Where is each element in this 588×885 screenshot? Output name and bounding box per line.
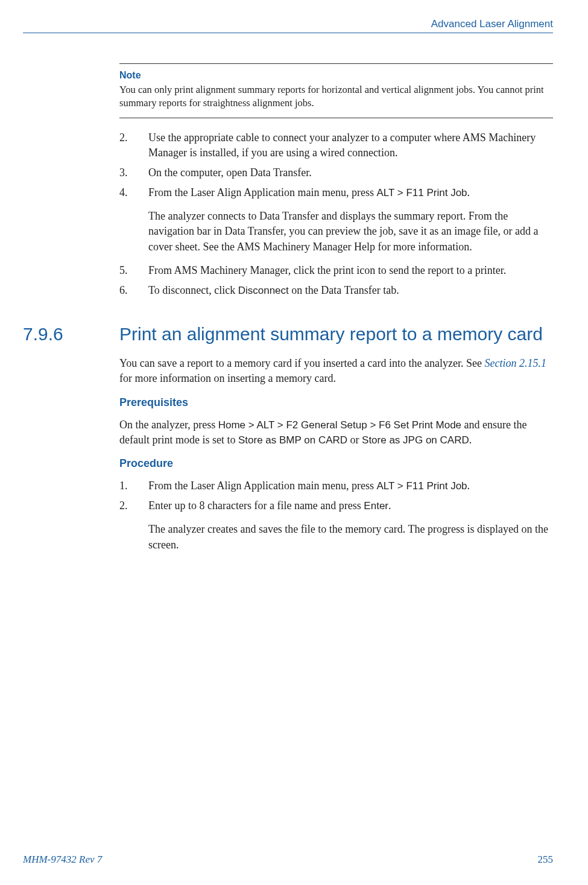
step-3: 3. On the computer, open Data Transfer.: [119, 165, 553, 180]
note-text: You can only print alignment summary rep…: [119, 83, 553, 110]
section-heading-row: 7.9.6 Print an alignment summary report …: [119, 323, 553, 345]
prereq-or: or: [347, 434, 362, 446]
step-2: 2. Use the appropriate cable to connect …: [119, 130, 553, 160]
step-number: 4.: [119, 185, 148, 258]
ui-label: Disconnect: [238, 285, 289, 296]
ui-option: Store as BMP on CARD: [238, 434, 347, 446]
note-label: Note: [119, 70, 553, 81]
intro-paragraph: You can save a report to a memory card i…: [119, 356, 553, 386]
step-text-pre: From the Laser Align Application main me…: [148, 480, 376, 492]
step-result: The analyzer creates and saves the file …: [148, 522, 553, 552]
ui-keypress: ALT > F11 Print Job: [376, 187, 467, 198]
header-rule: [23, 33, 553, 33]
step-text-pre: From the Laser Align Application main me…: [148, 186, 376, 198]
step-text-pre: Enter up to 8 characters for a file name…: [148, 500, 364, 512]
page-content: Note You can only print alignment summar…: [119, 63, 553, 556]
prereq-pre: On the analyzer, press: [119, 419, 218, 431]
procedure-heading: Procedure: [119, 457, 553, 470]
intro-post: for more information on inserting a memo…: [119, 372, 336, 384]
procedure-steps: 1. From the Laser Align Application main…: [119, 478, 553, 556]
page-footer: MHM-97432 Rev 7 255: [23, 854, 553, 866]
step-number: 2.: [119, 498, 148, 556]
prerequisites-heading: Prerequisites: [119, 396, 553, 409]
step-text: On the computer, open Data Transfer.: [148, 165, 553, 180]
step-6: 6. To disconnect, click Disconnect on th…: [119, 283, 553, 298]
step-number: 2.: [119, 130, 148, 160]
step-text-post: on the Data Transfer tab.: [289, 284, 399, 296]
page-number: 255: [538, 854, 554, 866]
step-body: From the Laser Align Application main me…: [148, 478, 553, 493]
note-block: Note You can only print alignment summar…: [119, 63, 553, 118]
doc-id: MHM-97432 Rev 7: [23, 854, 102, 866]
step-number: 5.: [119, 263, 148, 278]
proc-step-2: 2. Enter up to 8 characters for a file n…: [119, 498, 553, 556]
prereq-post: .: [469, 434, 472, 446]
proc-step-1: 1. From the Laser Align Application main…: [119, 478, 553, 493]
section-number: 7.9.6: [23, 324, 119, 344]
step-number: 6.: [119, 283, 148, 298]
step-text-post: .: [467, 186, 470, 198]
running-header: Advanced Laser Alignment: [23, 18, 553, 30]
ui-keypress: ALT > F11 Print Job: [376, 480, 467, 492]
step-4: 4. From the Laser Align Application main…: [119, 185, 553, 258]
step-text-pre: To disconnect, click: [148, 284, 238, 296]
step-body: From the Laser Align Application main me…: [148, 185, 553, 258]
ui-key: Enter: [364, 500, 388, 512]
intro-pre: You can save a report to a memory card i…: [119, 357, 484, 369]
step-number: 1.: [119, 478, 148, 493]
prerequisites-text: On the analyzer, press Home > ALT > F2 G…: [119, 417, 553, 448]
step-text-post: .: [467, 480, 470, 492]
step-text: Use the appropriate cable to connect you…: [148, 130, 553, 160]
steps-continued: 2. Use the appropriate cable to connect …: [119, 130, 553, 299]
step-text-post: .: [388, 500, 391, 512]
step-number: 3.: [119, 165, 148, 180]
step-body: Enter up to 8 characters for a file name…: [148, 498, 553, 556]
step-text: From AMS Machinery Manager, click the pr…: [148, 263, 553, 278]
step-5: 5. From AMS Machinery Manager, click the…: [119, 263, 553, 278]
step-body: To disconnect, click Disconnect on the D…: [148, 283, 553, 298]
ui-keypress: Home > ALT > F2 General Setup > F6 Set P…: [218, 419, 461, 431]
section-link[interactable]: Section 2.15.1: [484, 357, 546, 369]
step-result: The analyzer connects to Data Transfer a…: [148, 209, 553, 255]
section-title: Print an alignment summary report to a m…: [119, 323, 543, 345]
ui-option: Store as JPG on CARD: [362, 434, 469, 446]
